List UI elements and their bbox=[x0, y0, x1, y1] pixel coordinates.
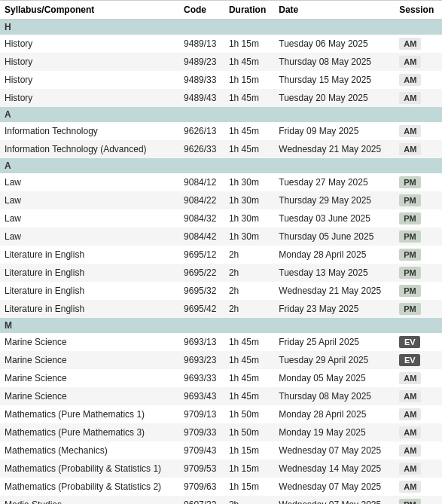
session-badge: AM bbox=[399, 74, 421, 86]
duration-cell: 1h 45m bbox=[224, 122, 274, 140]
code-cell: 9489/23 bbox=[179, 53, 224, 71]
table-row: Mathematics (Pure Mathematics 1)9709/131… bbox=[0, 405, 442, 423]
table-row: History9489/431h 45mTuesday 20 May 2025A… bbox=[0, 89, 442, 107]
date-cell: Tuesday 29 April 2025 bbox=[274, 351, 395, 369]
table-row: Law9084/421h 30mThursday 05 June 2025PM bbox=[0, 228, 442, 246]
code-cell: 9489/33 bbox=[179, 71, 224, 89]
table-row: Literature in English9695/122hMonday 28 … bbox=[0, 246, 442, 264]
code-cell: 9693/33 bbox=[179, 369, 224, 387]
date-cell: Tuesday 03 June 2025 bbox=[274, 209, 395, 228]
duration-cell: 1h 45m bbox=[224, 369, 274, 387]
session-cell: AM bbox=[395, 423, 442, 441]
syllabus-cell: Literature in English bbox=[0, 300, 179, 318]
duration-cell: 1h 45m bbox=[224, 351, 274, 369]
session-cell: PM bbox=[395, 282, 442, 300]
date-cell: Monday 05 May 2025 bbox=[274, 369, 395, 387]
syllabus-cell: History bbox=[0, 71, 179, 89]
section-header: A bbox=[0, 158, 442, 173]
session-badge: PM bbox=[399, 249, 421, 261]
session-badge: PM bbox=[399, 194, 421, 206]
code-cell: 9626/33 bbox=[179, 140, 224, 158]
duration-cell: 1h 15m bbox=[224, 71, 274, 89]
table-row: Mathematics (Pure Mathematics 3)9709/331… bbox=[0, 423, 442, 441]
syllabus-cell: Information Technology bbox=[0, 122, 179, 140]
date-cell: Tuesday 06 May 2025 bbox=[274, 35, 395, 53]
session-cell: AM bbox=[395, 71, 442, 89]
table-row: Law9084/121h 30mTuesday 27 May 2025PM bbox=[0, 173, 442, 191]
code-cell: 9693/13 bbox=[179, 333, 224, 351]
table-row: Marine Science9693/231h 45mTuesday 29 Ap… bbox=[0, 351, 442, 369]
table-row: History9489/131h 15mTuesday 06 May 2025A… bbox=[0, 35, 442, 53]
code-cell: 9695/32 bbox=[179, 282, 224, 300]
table-row: Marine Science9693/131h 45mFriday 25 Apr… bbox=[0, 333, 442, 351]
duration-cell: 1h 30m bbox=[224, 191, 274, 209]
table-row: History9489/331h 15mThursday 15 May 2025… bbox=[0, 71, 442, 89]
session-cell: PM bbox=[395, 228, 442, 246]
date-cell: Tuesday 13 May 2025 bbox=[274, 264, 395, 282]
session-cell: PM bbox=[395, 496, 442, 504]
date-cell: Wednesday 14 May 2025 bbox=[274, 460, 395, 478]
code-cell: 9709/33 bbox=[179, 423, 224, 441]
syllabus-cell: Literature in English bbox=[0, 264, 179, 282]
syllabus-cell: Law bbox=[0, 228, 179, 246]
col-session: Session bbox=[395, 1, 442, 20]
session-badge: AM bbox=[399, 463, 421, 475]
syllabus-cell: History bbox=[0, 35, 179, 53]
duration-cell: 2h bbox=[224, 282, 274, 300]
syllabus-cell: Mathematics (Probability & Statistics 1) bbox=[0, 460, 179, 478]
section-header: M bbox=[0, 318, 442, 333]
session-badge: PM bbox=[399, 303, 421, 315]
syllabus-cell: Marine Science bbox=[0, 369, 179, 387]
section-header: A bbox=[0, 107, 442, 122]
syllabus-cell: Media Studies bbox=[0, 496, 179, 504]
syllabus-cell: Literature in English bbox=[0, 246, 179, 264]
date-cell: Thursday 08 May 2025 bbox=[274, 387, 395, 405]
date-cell: Wednesday 07 May 2025 bbox=[274, 496, 395, 504]
code-cell: 9709/63 bbox=[179, 478, 224, 496]
col-date: Date bbox=[274, 1, 395, 20]
code-cell: 9489/13 bbox=[179, 35, 224, 53]
session-badge: PM bbox=[399, 231, 421, 243]
session-cell: EV bbox=[395, 351, 442, 369]
date-cell: Tuesday 20 May 2025 bbox=[274, 89, 395, 107]
session-badge: AM bbox=[399, 444, 421, 457]
date-cell: Wednesday 21 May 2025 bbox=[274, 282, 395, 300]
session-badge: AM bbox=[399, 125, 421, 137]
table-row: Mathematics (Probability & Statistics 1)… bbox=[0, 460, 442, 478]
syllabus-cell: Mathematics (Probability & Statistics 2) bbox=[0, 478, 179, 496]
session-cell: AM bbox=[395, 441, 442, 460]
col-syllabus: Syllabus/Component bbox=[0, 1, 179, 20]
table-row: Literature in English9695/322hWednesday … bbox=[0, 282, 442, 300]
session-cell: AM bbox=[395, 140, 442, 158]
session-cell: PM bbox=[395, 300, 442, 318]
duration-cell: 1h 30m bbox=[224, 209, 274, 228]
duration-cell: 1h 45m bbox=[224, 89, 274, 107]
code-cell: 9709/43 bbox=[179, 441, 224, 460]
duration-cell: 1h 50m bbox=[224, 405, 274, 423]
syllabus-cell: Law bbox=[0, 191, 179, 209]
duration-cell: 1h 45m bbox=[224, 387, 274, 405]
session-badge: AM bbox=[399, 143, 421, 155]
date-cell: Thursday 29 May 2025 bbox=[274, 191, 395, 209]
syllabus-cell: Mathematics (Pure Mathematics 1) bbox=[0, 405, 179, 423]
exam-timetable: Syllabus/Component Code Duration Date Se… bbox=[0, 0, 442, 504]
session-cell: AM bbox=[395, 35, 442, 53]
session-cell: AM bbox=[395, 478, 442, 496]
session-cell: AM bbox=[395, 122, 442, 140]
code-cell: 9693/23 bbox=[179, 351, 224, 369]
session-cell: AM bbox=[395, 405, 442, 423]
code-cell: 9489/43 bbox=[179, 89, 224, 107]
code-cell: 9693/43 bbox=[179, 387, 224, 405]
session-cell: EV bbox=[395, 333, 442, 351]
syllabus-cell: Law bbox=[0, 209, 179, 228]
section-header: H bbox=[0, 20, 442, 35]
table-row: Marine Science9693/331h 45mMonday 05 May… bbox=[0, 369, 442, 387]
code-cell: 9084/12 bbox=[179, 173, 224, 191]
session-badge: PM bbox=[399, 176, 421, 188]
duration-cell: 1h 15m bbox=[224, 478, 274, 496]
session-cell: AM bbox=[395, 369, 442, 387]
session-badge: AM bbox=[399, 408, 421, 420]
session-badge: PM bbox=[399, 285, 421, 297]
code-cell: 9084/42 bbox=[179, 228, 224, 246]
syllabus-cell: History bbox=[0, 53, 179, 71]
